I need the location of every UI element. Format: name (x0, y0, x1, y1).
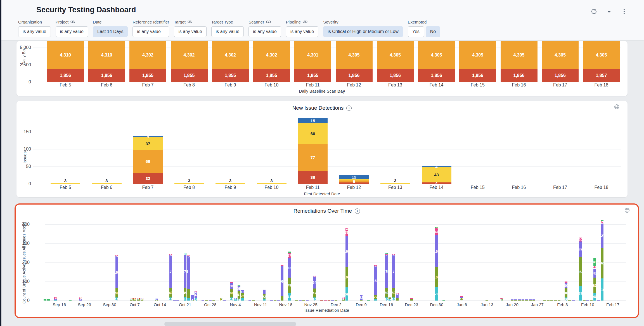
bar-segment[interactable] (590, 300, 593, 301)
bar-value-label: 1,855 (307, 73, 318, 78)
bar-segment[interactable] (176, 300, 179, 301)
bar-segment[interactable] (410, 299, 413, 301)
bar-segment[interactable] (263, 290, 266, 294)
bar-segment[interactable] (335, 300, 337, 301)
bar-segment[interactable] (274, 300, 276, 301)
bar-segment[interactable] (187, 298, 190, 301)
bar-segment[interactable] (252, 300, 255, 301)
bar-segment[interactable] (54, 300, 57, 301)
bar-segment[interactable] (238, 285, 240, 286)
filter-toggle-yes[interactable]: Yes (408, 26, 424, 37)
filter-value[interactable]: is any value (18, 26, 51, 37)
bar-segment[interactable] (69, 300, 72, 301)
bar-segment[interactable] (565, 282, 567, 283)
bar-segment[interactable] (522, 299, 524, 300)
bar-value-label: 32 (146, 176, 150, 181)
bar-segment[interactable] (367, 300, 370, 301)
bar-segment[interactable] (514, 300, 517, 301)
bar-segment[interactable] (518, 300, 521, 301)
bar-segment[interactable] (543, 300, 546, 301)
bar-segment[interactable] (187, 289, 190, 298)
bar-segment[interactable] (532, 300, 535, 301)
filter-value[interactable]: Last 14 Days (93, 26, 128, 37)
bar-segment[interactable] (44, 299, 46, 301)
y-tick-label: 100 (16, 147, 31, 152)
bar-segment[interactable] (410, 298, 413, 299)
scrollbar-thumb[interactable] (164, 322, 296, 326)
x-tick-label: Dec 16 (380, 302, 393, 307)
bar-segment[interactable] (281, 265, 283, 266)
bar-segment[interactable] (511, 300, 513, 301)
bar-segment[interactable] (554, 300, 557, 301)
bar-segment[interactable] (525, 299, 528, 300)
bar-segment[interactable] (568, 300, 571, 301)
bar-segment[interactable] (511, 299, 513, 300)
bar-segment[interactable] (518, 299, 521, 300)
bar-value-label: 1,856 (472, 73, 483, 78)
bar-segment[interactable] (583, 300, 586, 301)
bar-segment[interactable] (396, 298, 399, 301)
bar-segment[interactable] (174, 183, 204, 184)
bar-segment[interactable] (320, 300, 323, 301)
refresh-icon[interactable] (590, 8, 598, 15)
bar-segment[interactable] (572, 300, 575, 301)
x-tick-label: Nov 25 (304, 302, 318, 307)
bar-segment[interactable] (380, 183, 410, 184)
filter-value[interactable]: is any value (174, 26, 207, 37)
bar-segment[interactable] (442, 300, 445, 301)
bar-segment[interactable] (209, 300, 212, 301)
bar-value-label: 12 (219, 297, 223, 301)
filter-value[interactable]: is Critical or High or Medium or Low (323, 26, 403, 37)
bar-segment[interactable] (554, 300, 557, 300)
filter-toggle-no[interactable]: No (426, 26, 440, 37)
bar-segment[interactable] (263, 299, 266, 301)
bar-segment[interactable] (514, 299, 517, 300)
bar-segment[interactable] (241, 298, 244, 301)
bar-segment[interactable] (92, 183, 122, 184)
bar-segment[interactable] (212, 300, 215, 301)
filter-value[interactable]: is any value (286, 26, 319, 37)
bar-segment[interactable] (288, 252, 291, 253)
bar-segment[interactable] (302, 300, 305, 301)
bar-segment[interactable] (547, 300, 550, 300)
bar-segment[interactable] (216, 183, 245, 184)
bar-segment[interactable] (47, 299, 50, 301)
bar-segment[interactable] (51, 183, 80, 184)
filter-value[interactable]: is any value (132, 26, 169, 37)
bar-segment[interactable] (374, 299, 377, 301)
bar-segment[interactable] (522, 300, 524, 301)
filter-value[interactable]: is any value (211, 26, 244, 37)
bar-segment[interactable] (324, 300, 327, 301)
filter-value[interactable]: is any value (56, 26, 88, 37)
bar-segment[interactable] (173, 300, 176, 301)
bar-segment[interactable] (202, 300, 204, 301)
bar-segment[interactable] (532, 299, 535, 300)
bar-segment[interactable] (529, 300, 532, 301)
bar-segment[interactable] (360, 300, 363, 301)
bar-segment[interactable] (331, 300, 334, 301)
bar-segment[interactable] (547, 300, 550, 301)
bar-segment[interactable] (525, 300, 528, 301)
bar-segment[interactable] (295, 300, 298, 301)
bar-segment[interactable] (529, 299, 532, 300)
bar-segment[interactable] (558, 300, 560, 301)
bar-segment[interactable] (486, 300, 488, 301)
bar-segment[interactable] (306, 300, 309, 301)
bar-segment[interactable] (328, 300, 330, 301)
bar-segment[interactable] (277, 300, 280, 301)
bar-segment[interactable] (597, 300, 600, 301)
bar-segment[interactable] (550, 300, 553, 301)
filter-value[interactable]: is any value (248, 26, 281, 37)
bar-segment[interactable] (281, 296, 283, 301)
bar-segment[interactable] (248, 300, 251, 301)
filter-icon[interactable] (605, 8, 613, 15)
bar-segment[interactable] (223, 300, 226, 301)
bar-segment[interactable] (230, 282, 233, 283)
kebab-menu-icon[interactable] (621, 8, 628, 15)
x-tick-label: Feb 5 (60, 185, 71, 190)
bar-segment[interactable] (586, 300, 589, 301)
bar-segment[interactable] (257, 183, 287, 184)
bar-segment[interactable] (299, 300, 302, 301)
bar-segment[interactable] (270, 300, 273, 301)
bar-segment[interactable] (205, 300, 208, 301)
